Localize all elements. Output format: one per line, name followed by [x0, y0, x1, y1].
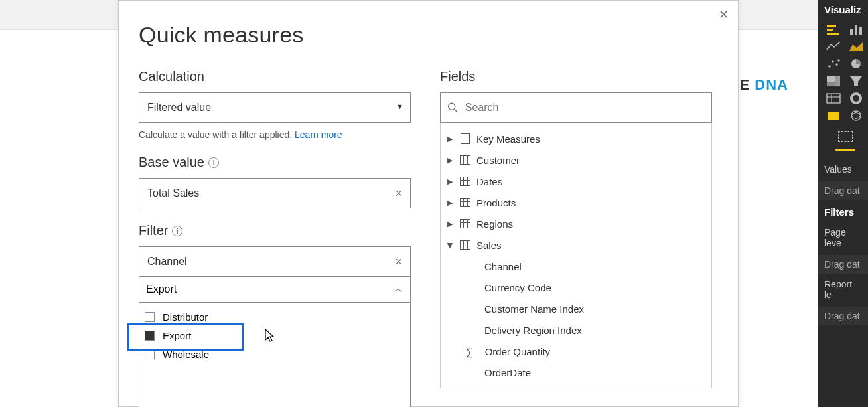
tree-label: Products	[476, 197, 516, 208]
viz-table-icon[interactable]	[824, 91, 843, 106]
viz-line-icon[interactable]	[824, 39, 843, 54]
filter-selected-text: Export	[146, 284, 177, 295]
viz-clustered-column-icon[interactable]	[847, 22, 865, 37]
svg-point-0	[449, 103, 455, 110]
option-label: Wholesale	[163, 349, 209, 360]
expand-icon[interactable]: ▶	[446, 177, 454, 186]
chevron-up-icon: ︿	[394, 283, 403, 295]
field-orderdate[interactable]: ▶ OrderDate	[441, 362, 711, 383]
field-delivery-region-index[interactable]: ▶ Delivery Region Index	[441, 319, 711, 341]
table-icon	[459, 197, 471, 208]
checkbox-checked-icon[interactable]	[145, 331, 155, 341]
viz-scatter-icon[interactable]	[824, 56, 843, 71]
tree-label: Key Measures	[476, 133, 540, 145]
expand-icon[interactable]: ▶	[446, 220, 454, 228]
brand-prefix: E	[740, 76, 751, 93]
viz-funnel-icon[interactable]	[847, 74, 865, 88]
clear-filter-icon[interactable]: ×	[395, 255, 402, 269]
search-icon	[447, 102, 459, 114]
filter-dropdown-toggle[interactable]: Export ︿	[139, 276, 411, 303]
filters-header: Filters	[818, 200, 868, 222]
svg-rect-20	[828, 112, 839, 120]
calculation-select[interactable]: Filtered value ▼	[139, 92, 411, 123]
field-order-quantity[interactable]: ▶ ∑ Order Quantity	[441, 341, 711, 362]
tree-label: Dates	[476, 176, 502, 187]
checkbox-icon[interactable]	[145, 312, 155, 322]
viz-fields-well-icon[interactable]	[836, 129, 855, 144]
svg-point-9	[832, 60, 834, 63]
brand-logo: E DNA	[740, 76, 788, 94]
svg-rect-2	[827, 25, 836, 27]
field-customer-name-index[interactable]: ▶ Customer Name Index	[441, 298, 711, 319]
filter-value-text: Channel	[147, 256, 187, 268]
svg-rect-6	[855, 25, 857, 35]
svg-rect-13	[827, 76, 835, 82]
field-label: OrderDate	[484, 367, 531, 378]
field-channel[interactable]: ▶ Channel	[441, 256, 711, 277]
viz-map-icon[interactable]	[847, 108, 865, 123]
tree-node-key-measures[interactable]: ▶ Key Measures	[441, 128, 711, 149]
report-filter-dropzone[interactable]: Drag dat	[818, 307, 868, 325]
values-dropzone[interactable]: Drag dat	[818, 181, 868, 200]
checkbox-icon[interactable]	[145, 349, 155, 359]
svg-line-1	[455, 110, 457, 112]
expand-icon[interactable]: ▶	[446, 135, 454, 143]
visualizations-panel: Visualiz Values Drag dat Filters Page le…	[818, 0, 868, 407]
viz-card-icon[interactable]	[824, 108, 843, 123]
close-icon[interactable]: ✕	[719, 9, 729, 21]
base-value-input[interactable]: Total Sales ×	[139, 178, 411, 208]
tree-node-sales[interactable]: ▶ Sales	[441, 234, 711, 256]
page-filter-dropzone[interactable]: Drag dat	[818, 255, 868, 274]
filter-options-panel: Distributor Export Wholesale	[139, 303, 411, 407]
filter-option-distributor[interactable]: Distributor	[139, 307, 410, 326]
svg-point-10	[835, 63, 838, 66]
viz-donut-icon[interactable]	[847, 91, 865, 106]
field-label: Customer Name Index	[484, 303, 584, 315]
expand-icon[interactable]: ▶	[446, 199, 454, 207]
tree-node-dates[interactable]: ▶ Dates	[441, 171, 711, 192]
brand-suffix: DNA	[755, 76, 788, 93]
info-icon: i	[208, 157, 219, 168]
calculation-label: Calculation	[139, 69, 411, 84]
viz-stacked-bar-icon[interactable]	[824, 22, 843, 37]
svg-rect-7	[859, 27, 862, 35]
calculation-helper: Calculate a value with a filter applied.…	[139, 129, 411, 140]
field-label: Order Quantity	[485, 346, 550, 357]
field-label: Currency Code	[484, 282, 551, 293]
fields-tree: ▶ Key Measures ▶ Customer ▶ Dates ▶	[440, 123, 712, 388]
svg-rect-16	[827, 94, 840, 103]
viz-area-icon[interactable]	[847, 39, 865, 54]
filter-input[interactable]: Channel ×	[139, 246, 411, 277]
field-ordernumber[interactable]: ▶ OrderNumber	[441, 383, 711, 388]
viz-treemap-icon[interactable]	[824, 74, 843, 88]
clear-base-value-icon[interactable]: ×	[395, 187, 402, 201]
svg-point-11	[837, 59, 840, 62]
values-label: Values	[818, 159, 868, 180]
tree-label: Sales	[476, 240, 502, 251]
tree-node-customer[interactable]: ▶ Customer	[441, 149, 711, 171]
report-level-label: Report le	[818, 274, 868, 305]
svg-rect-15	[827, 82, 835, 86]
svg-rect-4	[827, 33, 839, 35]
svg-point-19	[851, 94, 861, 103]
option-label: Distributor	[163, 311, 208, 323]
filter-option-wholesale[interactable]: Wholesale	[139, 345, 410, 363]
viz-pie-icon[interactable]	[847, 56, 865, 71]
filter-label: Filteri	[139, 223, 411, 238]
filter-option-export[interactable]: Export	[139, 326, 410, 345]
tree-node-products[interactable]: ▶ Products	[441, 192, 711, 213]
learn-more-link[interactable]: Learn more	[295, 129, 342, 140]
table-icon	[459, 218, 471, 230]
tree-node-regions[interactable]: ▶ Regions	[441, 213, 711, 234]
tree-label: Customer	[476, 155, 520, 166]
helper-text: Calculate a value with a filter applied.	[139, 129, 295, 140]
field-label: Delivery Region Index	[484, 325, 582, 336]
collapse-icon[interactable]: ▶	[446, 241, 455, 249]
tree-label: Regions	[476, 218, 513, 230]
expand-icon[interactable]: ▶	[446, 156, 454, 165]
option-label: Export	[163, 330, 191, 341]
fields-search[interactable]	[440, 92, 712, 123]
search-input[interactable]	[465, 102, 705, 114]
visualizations-header: Visualiz	[818, 0, 868, 19]
field-currency-code[interactable]: ▶ Currency Code	[441, 277, 711, 298]
